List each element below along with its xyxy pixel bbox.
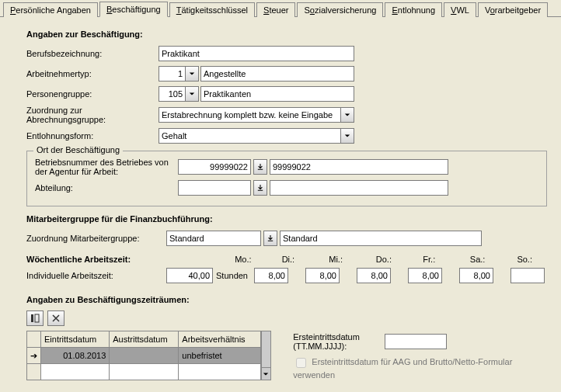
weekly-title: Wöchentliche Arbeitszeit: xyxy=(26,255,149,264)
tab-employment-label: eschäftigung xyxy=(112,5,160,14)
chevron-down-icon[interactable] xyxy=(185,66,199,82)
label-pgroup: Personengruppe: xyxy=(26,89,159,99)
delete-period-button[interactable] xyxy=(47,310,64,326)
label-di: Di.: xyxy=(282,255,312,264)
fibu-text xyxy=(280,231,482,246)
pgroup-code-input[interactable] xyxy=(159,86,185,102)
department-text xyxy=(270,180,448,196)
tab-remuneration-label: ntlohnung xyxy=(398,5,435,15)
svg-rect-1 xyxy=(35,314,39,322)
tab-employment[interactable]: Beschäftigung xyxy=(99,2,168,17)
pgroup-code-combo[interactable] xyxy=(159,86,199,102)
label-individual-hours: Individuelle Arbeitszeit: xyxy=(26,271,166,280)
hours-do-input[interactable] xyxy=(408,268,442,283)
tab-activity-label: ätigkeitsschlüssel xyxy=(181,5,248,15)
tab-vwl[interactable]: VWL xyxy=(444,2,476,17)
tab-remuneration[interactable]: Entlohnung xyxy=(385,2,442,17)
tab-bar: Persönliche Angaben Beschäftigung Tätigk… xyxy=(0,0,561,17)
workplace-fieldset: Ort der Beschäftigung Betriebsnummer des… xyxy=(26,151,547,206)
cell-exit-date[interactable] xyxy=(110,348,179,364)
arrow-down-bar-icon xyxy=(267,235,274,241)
chevron-down-icon[interactable] xyxy=(185,86,199,102)
label-so: So.: xyxy=(517,255,547,264)
row-selector[interactable] xyxy=(27,364,41,380)
emptype-text xyxy=(200,66,354,82)
table-row[interactable] xyxy=(27,364,261,380)
table-row[interactable]: ➔ 01.08.2013 unbefristet xyxy=(27,348,261,364)
add-period-button[interactable] xyxy=(26,310,44,326)
first-entry-date-input[interactable] xyxy=(385,334,447,349)
delete-row-icon xyxy=(51,314,61,323)
tab-prev-label: rarbeitgeber xyxy=(495,5,541,15)
label-emptype: Arbeitnehmertyp: xyxy=(26,69,159,78)
hours-di-input[interactable] xyxy=(305,268,340,283)
tab-tax-label: teuer xyxy=(269,5,288,15)
label-mi: Mi.: xyxy=(329,255,359,264)
periods-table[interactable]: Eintrittsdatum Austrittsdatum Arbeitsver… xyxy=(26,331,261,380)
establishment-no-input[interactable] xyxy=(178,159,251,175)
tab-personal-label: ersönliche Angaben xyxy=(16,5,91,15)
tab-vwl-label: WL xyxy=(456,5,469,15)
lookup-fibu-button[interactable] xyxy=(263,231,277,246)
chevron-down-icon[interactable] xyxy=(340,128,354,144)
insert-row-icon xyxy=(30,314,40,323)
tab-previous-employer[interactable]: Vorarbeitgeber xyxy=(478,2,548,17)
hours-fr-input[interactable] xyxy=(459,268,493,283)
chevron-down-icon[interactable] xyxy=(340,107,354,123)
arrow-down-bar-icon xyxy=(257,185,263,191)
label-hours-unit: Stunden xyxy=(216,271,248,280)
assign-combo[interactable] xyxy=(159,107,354,123)
periods-title: Angaben zu Beschäftigungszeiträumen: xyxy=(26,295,547,304)
table-scrollbar[interactable] xyxy=(261,331,272,380)
emptype-code-input[interactable] xyxy=(159,66,185,82)
col-relation[interactable]: Arbeitsverhältnis xyxy=(179,331,260,348)
emptype-code-combo[interactable] xyxy=(159,66,199,82)
chevron-down-icon xyxy=(263,371,269,377)
tab-social-label: zialversicherung xyxy=(315,5,376,15)
label-mo: Mo.: xyxy=(235,255,265,264)
workplace-legend: Ort der Beschäftigung xyxy=(33,145,123,154)
label-fibu-assign: Zuordnung Mitarbeitergruppe: xyxy=(26,234,166,243)
tab-tax[interactable]: Steuer xyxy=(256,2,295,17)
use-firstentry-checkbox xyxy=(296,358,306,368)
label-assign: Zuordnung zur Abrechnungsgruppe: xyxy=(26,106,159,124)
label-do: Do.: xyxy=(376,255,406,264)
payform-input[interactable] xyxy=(159,128,340,144)
jobtitle-input[interactable] xyxy=(159,46,354,61)
fibu-code-input[interactable] xyxy=(166,231,261,246)
pgroup-text xyxy=(200,86,354,102)
label-sa: Sa.: xyxy=(470,255,500,264)
row-selector-icon[interactable]: ➔ xyxy=(27,348,41,364)
arrow-down-bar-icon xyxy=(257,164,263,170)
tab-personal[interactable]: Persönliche Angaben xyxy=(3,2,98,17)
tab-activity-key[interactable]: Tätigkeitsschlüssel xyxy=(169,2,255,17)
hours-mi-input[interactable] xyxy=(357,268,391,283)
fibu-title: Mitarbeitergruppe für die Finanzbuchführ… xyxy=(26,214,547,224)
label-department: Abteilung: xyxy=(35,183,178,193)
svg-rect-0 xyxy=(31,314,33,322)
cell-entry-date[interactable]: 01.08.2013 xyxy=(41,348,110,364)
hours-sa-input[interactable] xyxy=(510,268,545,283)
label-establishment-no: Betriebsnummer des Betriebes von der Age… xyxy=(35,158,178,176)
cell-relation[interactable] xyxy=(179,364,260,380)
label-payform: Entlohnungsform: xyxy=(26,131,159,140)
assign-input[interactable] xyxy=(159,107,340,123)
lookup-establishment-button[interactable] xyxy=(253,159,267,175)
label-jobtitle: Berufsbezeichnung: xyxy=(26,49,159,58)
col-entry-date[interactable]: Eintrittsdatum xyxy=(41,331,110,348)
individual-hours-input[interactable] xyxy=(166,268,213,283)
cell-relation[interactable]: unbefristet xyxy=(179,348,260,364)
establishment-text xyxy=(270,159,448,175)
lookup-department-button[interactable] xyxy=(253,180,267,196)
department-code-input[interactable] xyxy=(178,180,251,196)
label-fr: Fr.: xyxy=(423,255,453,264)
row-selector-header xyxy=(27,331,41,348)
payform-combo[interactable] xyxy=(159,128,354,144)
hours-mo-input[interactable] xyxy=(254,268,288,283)
col-exit-date[interactable]: Austrittsdatum xyxy=(110,331,179,348)
tab-social-insurance[interactable]: Sozialversicherung xyxy=(297,2,383,17)
cell-exit-date[interactable] xyxy=(110,364,179,380)
use-firstentry-row: Ersteintrittsdatum für AAG und Brutto/Ne… xyxy=(293,356,547,380)
section-employment-title: Angaben zur Beschäftigung: xyxy=(26,29,547,39)
cell-entry-date[interactable] xyxy=(41,364,110,380)
